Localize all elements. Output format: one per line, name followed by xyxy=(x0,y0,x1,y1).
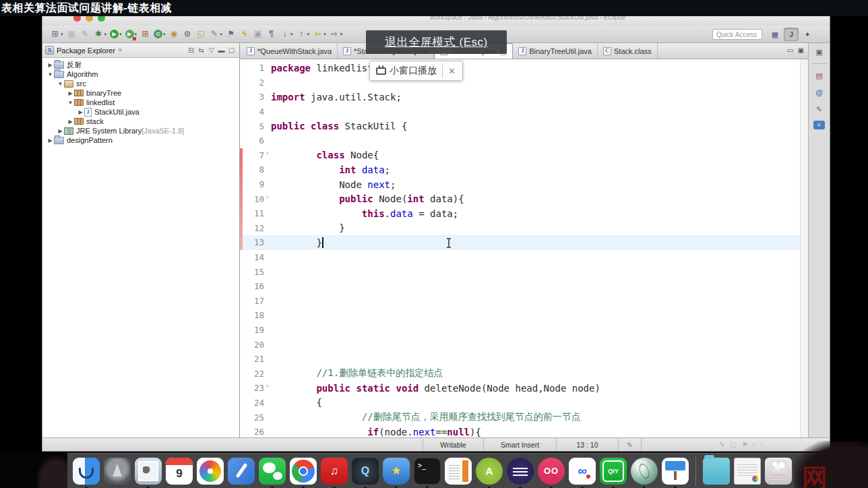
code-line[interactable]: 5public class StackUtil { xyxy=(240,119,808,133)
view-menu-icon[interactable]: ▽ xyxy=(206,47,216,54)
collapse-all-icon[interactable]: ⊟ xyxy=(186,47,196,54)
minimized-declaration-icon[interactable]: ✎ xyxy=(813,104,826,115)
expand-arrow-icon[interactable]: ▶ xyxy=(46,138,54,144)
code-line[interactable]: 20 xyxy=(240,337,808,352)
minimized-tasklist-icon[interactable]: ▤ xyxy=(813,70,826,81)
link-with-editor-icon[interactable]: ⇆ xyxy=(196,47,206,54)
code-line[interactable]: 21 xyxy=(240,352,808,367)
code-line[interactable]: 19 xyxy=(240,323,808,338)
minimized-console-icon[interactable]: ≡ xyxy=(813,121,825,129)
minimize-editor-icon[interactable]: ▭ xyxy=(787,47,793,54)
package-explorer-close-icon[interactable]: ✕ xyxy=(118,47,123,53)
new-java-package-icon[interactable]: ⊞ xyxy=(140,28,151,41)
dock-keynote[interactable] xyxy=(662,458,689,485)
tree-item[interactable]: ▶反射 xyxy=(42,60,239,69)
expand-arrow-icon[interactable]: ▶ xyxy=(67,119,74,125)
back-history-icon[interactable]: ⇦▾ xyxy=(312,28,327,41)
new-java-class-icon[interactable]: C▾ xyxy=(153,28,166,41)
code-line[interactable]: 25 //删除尾节点，采用顺序查找找到尾节点的前一节点 xyxy=(240,410,808,425)
tree-item[interactable]: ▼src xyxy=(42,79,239,88)
run-icon[interactable]: ▶▾ xyxy=(109,28,123,41)
dock-text-editor[interactable] xyxy=(445,458,472,485)
editor-tab[interactable]: CStack.class xyxy=(598,43,658,59)
dock-quicktime[interactable]: Q xyxy=(352,458,379,485)
code-line[interactable]: 16 xyxy=(240,279,808,294)
dock-oo-app[interactable]: OO xyxy=(538,458,565,485)
dock-wechat[interactable] xyxy=(259,458,286,485)
tree-item[interactable]: ▶stack xyxy=(42,117,239,126)
minimized-javadoc-icon[interactable]: @ xyxy=(813,87,826,98)
tree-item[interactable]: ▶JRE System Library [JavaSE-1.8] xyxy=(42,126,239,135)
collapse-arrow-icon[interactable]: ▼ xyxy=(46,71,54,78)
show-whitespace-icon[interactable]: ¶ xyxy=(266,28,277,41)
save-icon[interactable]: ▦ xyxy=(66,28,78,41)
code-line[interactable]: 8 int data; xyxy=(240,162,808,177)
dock-downloads-folder[interactable] xyxy=(703,458,730,485)
dock-eclipse[interactable] xyxy=(507,458,534,485)
dock-minimized-window[interactable] xyxy=(734,458,761,485)
open-resource-icon[interactable]: ◱ xyxy=(195,28,207,41)
code-editor[interactable]: 1package linkedlist;23import java.util.S… xyxy=(240,59,808,437)
code-line[interactable]: 3import java.util.Stack; xyxy=(240,90,808,104)
expand-arrow-icon[interactable]: ▶ xyxy=(77,109,84,115)
pip-close-icon[interactable]: ✕ xyxy=(443,66,461,76)
maximize-editor-icon[interactable]: ▣ xyxy=(798,47,804,54)
dock-star-shield[interactable]: ★ xyxy=(383,458,410,485)
code-line[interactable]: 18 xyxy=(240,308,808,323)
code-line[interactable]: 13 } xyxy=(240,235,808,250)
dock-android-studio[interactable]: A xyxy=(476,458,503,485)
editor-tab[interactable]: JBinaryTreeUtil.java xyxy=(513,43,598,59)
code-line[interactable]: 7∘ class Node{ xyxy=(240,148,808,163)
editor-tab[interactable]: J*QueueWithStack.java xyxy=(241,43,338,59)
code-line[interactable]: 12 } xyxy=(240,221,808,236)
restore-view-icon[interactable]: ▣ xyxy=(813,47,826,57)
code-line[interactable]: 4 xyxy=(240,104,808,119)
compare-icon[interactable]: ▣ xyxy=(252,28,264,41)
dock-iqiyi[interactable]: QIY xyxy=(600,458,627,485)
dock-trash[interactable] xyxy=(765,458,792,485)
dock-launchpad[interactable] xyxy=(104,458,131,485)
new-task-icon[interactable]: ⚑ xyxy=(225,28,237,41)
collapse-arrow-icon[interactable]: ▼ xyxy=(57,81,64,87)
code-line[interactable]: 2 xyxy=(240,75,808,90)
dock-calendar[interactable]: 9 xyxy=(166,458,193,485)
code-line[interactable]: 22 //1.删除单链表中的指定结点 xyxy=(240,366,808,381)
external-tools-icon[interactable]: ▶▾ xyxy=(125,28,138,41)
next-annotation-icon[interactable]: ↓▾ xyxy=(279,28,294,41)
search-icon[interactable]: ⊙ xyxy=(182,28,193,41)
debug-icon[interactable]: ✱▾ xyxy=(93,28,108,41)
code-line[interactable]: 14 xyxy=(240,250,808,265)
java-perspective-icon[interactable]: J xyxy=(784,28,799,41)
code-line[interactable]: 1package linkedlist; xyxy=(240,61,808,75)
collapse-arrow-icon[interactable]: ▼ xyxy=(67,100,74,106)
dock-notes[interactable] xyxy=(228,458,255,485)
print-icon[interactable]: ✎ xyxy=(80,28,91,41)
code-line[interactable]: 24 { xyxy=(240,396,808,410)
code-line[interactable]: 11 this.data = data; xyxy=(240,206,808,221)
pip-play-button[interactable]: 小窗口播放 xyxy=(390,65,442,77)
code-line[interactable]: 6 xyxy=(240,133,808,148)
expand-arrow-icon[interactable]: ▶ xyxy=(67,90,74,96)
dock-finder[interactable] xyxy=(73,458,100,485)
dock-terminal[interactable]: >_ xyxy=(414,458,441,485)
code-line[interactable]: 17 xyxy=(240,294,808,309)
tree-item[interactable]: ▼Algorithm xyxy=(42,69,239,79)
code-line[interactable]: 10∘ public Node(int data){ xyxy=(240,191,808,206)
tree-item[interactable]: ▼linkedlist xyxy=(42,98,239,107)
resource-perspective-icon[interactable]: ✦ xyxy=(800,28,815,41)
code-line[interactable]: 15 xyxy=(240,264,808,279)
open-type-icon[interactable]: ◉ xyxy=(168,28,180,41)
dock-globe-app[interactable] xyxy=(631,458,658,485)
open-perspective-icon[interactable]: ▦ xyxy=(768,28,782,41)
tree-item[interactable]: ▶JStackUtil.java xyxy=(42,107,239,117)
dock-netease-music[interactable]: ♫ xyxy=(321,458,348,485)
quick-access-input[interactable]: Quick Access xyxy=(712,29,762,40)
overview-ruler[interactable] xyxy=(800,59,808,437)
dock-mail[interactable] xyxy=(135,458,162,485)
last-edit-location-icon[interactable]: ϟ xyxy=(239,28,250,41)
maximize-view-icon[interactable]: ▢ xyxy=(226,47,237,54)
expand-arrow-icon[interactable]: ▶ xyxy=(57,128,64,134)
code-line[interactable]: 26 if(node.next==null){ xyxy=(240,425,808,437)
expand-arrow-icon[interactable]: ▶ xyxy=(46,62,54,68)
window-titlebar[interactable]: workspace - Java - Algorithm/src/linkedl… xyxy=(42,16,830,26)
